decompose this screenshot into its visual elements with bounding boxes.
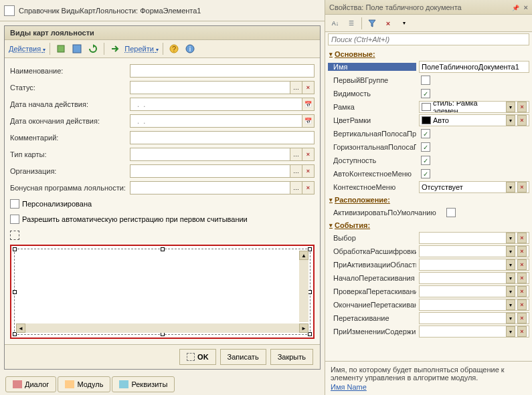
prop-autoctx-label[interactable]: АвтоКонтекстноеМеню [328,170,416,178]
ev-choice-dd[interactable]: ▾ [506,233,515,243]
framecolor-dd-button[interactable]: ▾ [506,115,515,126]
ctxmenu-clear-button[interactable]: × [517,182,527,192]
ev-drill-x[interactable]: × [517,246,527,257]
tab-module[interactable]: Модуль [58,376,110,392]
hscrollbar[interactable]: ◄► [16,323,308,333]
prop-hscroll-label[interactable]: ГоризонтальнаяПолосаП [328,143,416,151]
goto-menu[interactable]: Перейти ▾ [124,45,159,53]
allow-auto-checkbox[interactable] [10,215,19,224]
prop-ev-choice[interactable]: Выбор [328,234,416,242]
status-select-button[interactable]: … [290,81,302,94]
prop-ctxmenu-label[interactable]: КонтекстноеМеню [328,183,416,191]
prop-ev-dragstart[interactable]: НачалоПеретаскивания [328,274,416,282]
prop-vscroll-checkbox[interactable]: ✓ [421,129,430,138]
group-main[interactable]: ▾Основные: [328,48,529,60]
group-layout[interactable]: ▾Расположение: [328,194,529,206]
status-clear-button[interactable]: × [302,81,315,94]
ev-dragstart-value[interactable]: ▾× [419,272,529,284]
prop-name-value[interactable]: ПолеТабличногоДокумента1 [419,61,529,73]
close-button[interactable]: Закрыть [270,349,313,365]
card-type-select-button[interactable]: … [290,148,302,161]
write-button[interactable]: Записать [220,349,266,365]
close-panel-button[interactable]: × [524,3,528,11]
ev-dragend-x[interactable]: × [517,299,527,310]
prop-hscroll-checkbox[interactable]: ✓ [421,142,430,152]
org-input[interactable] [130,164,290,178]
ev-drag-x[interactable]: × [517,313,527,323]
ev-drill-dd[interactable]: ▾ [506,246,515,257]
prop-vis-label[interactable]: Видимость [328,90,416,98]
ev-activate-value[interactable]: ▾× [419,259,529,271]
prop-framecolor-label[interactable]: ЦветРамки [328,116,416,124]
card-type-input[interactable] [130,148,290,161]
group-events[interactable]: ▾События: [328,219,529,231]
table-field-selected[interactable]: ▲ ◄► [10,245,315,339]
ev-dragstart-dd[interactable]: ▾ [506,273,515,283]
tab-dialog[interactable]: Диалог [5,376,56,392]
vscrollbar[interactable]: ▲ [299,251,308,322]
prop-name-label[interactable]: Имя [328,63,416,71]
prop-first-label[interactable]: ПервыйВГруппе [328,76,416,84]
save-icon[interactable] [70,42,84,55]
prop-ev-dragend[interactable]: ОкончаниеПеретаскиван [328,301,416,309]
hint-prop-link[interactable]: Имя Name [331,383,527,391]
frame-dd-button[interactable]: ▾ [506,102,515,112]
prop-ev-drag[interactable]: Перетаскивание [328,314,416,322]
org-select-button[interactable]: … [290,164,302,178]
status-input[interactable] [130,81,290,94]
collapse-icon[interactable]: × [381,17,395,30]
framecolor-clear-button[interactable]: × [517,115,527,126]
end-date-input[interactable] [130,114,302,128]
name-input[interactable] [130,64,315,78]
prop-framecolor-value[interactable]: Авто▾× [419,114,529,126]
prop-activate-checkbox[interactable] [446,208,456,217]
prop-vscroll-label[interactable]: ВертикальнаяПолосаПро [328,130,416,138]
help-icon[interactable]: ? [167,42,181,55]
ev-choice-x[interactable]: × [517,233,527,243]
start-date-input[interactable] [130,98,302,111]
prop-ev-dragcheck[interactable]: ПроверкаПеретаскивани [328,287,416,295]
end-date-picker-button[interactable]: 📅 [302,114,315,128]
frame-clear-button[interactable]: × [517,102,527,112]
prop-enabled-checkbox[interactable]: ✓ [421,156,430,165]
ctxmenu-dd-button[interactable]: ▾ [506,182,515,192]
prop-enabled-label[interactable]: Доступность [328,156,416,164]
info-icon[interactable]: i [183,42,197,55]
ev-change-x[interactable]: × [517,326,527,337]
sort-alpha-icon[interactable]: A↓ [328,17,343,30]
card-type-clear-button[interactable]: × [302,148,315,161]
ev-dragend-value[interactable]: ▾× [419,299,529,311]
ev-dragend-dd[interactable]: ▾ [506,299,515,310]
prop-ctxmenu-value[interactable]: Отсутствует▾× [419,181,529,193]
ev-dragcheck-x[interactable]: × [517,286,527,297]
ev-drill-value[interactable]: ▾× [419,245,529,257]
ev-activate-dd[interactable]: ▾ [506,259,515,270]
pin-icon[interactable]: 📌 [512,5,519,11]
ev-change-dd[interactable]: ▾ [506,326,515,337]
ev-dragstart-x[interactable]: × [517,273,527,283]
ok-button[interactable]: OK [179,349,216,365]
ev-drag-value[interactable]: ▾× [419,312,529,324]
ev-choice-value[interactable]: ▾× [419,232,529,244]
property-search-input[interactable] [328,33,529,45]
ev-activate-x[interactable]: × [517,259,527,270]
prop-frame-value[interactable]: стиль: Рамка элемен▾× [419,101,529,113]
add-icon[interactable] [54,42,68,55]
ev-change-value[interactable]: ▾× [419,325,529,338]
prop-activate-label[interactable]: АктивизироватьПоУмолчанию [328,209,442,217]
bonus-input[interactable] [130,181,290,194]
actions-menu[interactable]: Действия ▾ [9,45,46,53]
go-icon[interactable] [108,42,122,55]
dropdown-icon[interactable]: ▾ [397,17,412,30]
bonus-select-button[interactable]: … [290,181,302,194]
ev-dragcheck-dd[interactable]: ▾ [506,286,515,297]
prop-frame-label[interactable]: Рамка [328,103,416,111]
ev-drag-dd[interactable]: ▾ [506,313,515,323]
prop-autoctx-checkbox[interactable]: ✓ [421,169,430,178]
prop-ev-change[interactable]: ПриИзмененииСодержим [328,327,416,336]
filter-icon[interactable] [365,17,379,30]
prop-first-checkbox[interactable] [421,76,430,85]
prop-ev-activate[interactable]: ПриАктивизацииОбласти [328,261,416,269]
prop-vis-checkbox[interactable]: ✓ [421,89,430,98]
personalized-checkbox[interactable] [10,199,19,209]
